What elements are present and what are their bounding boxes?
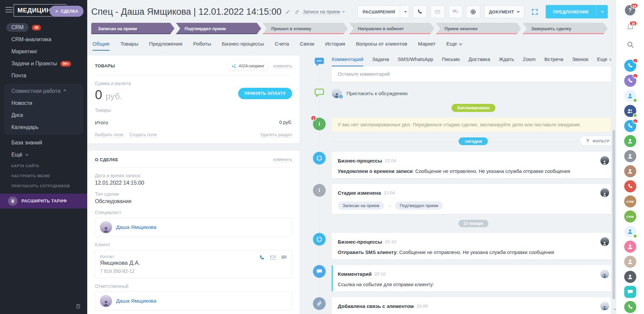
rail-item[interactable] [624,150,636,162]
products-edit-link[interactable]: изменить [273,63,292,69]
rail-item[interactable]: 1 [624,60,636,72]
contact-phone[interactable]: 7 919 350-82-12 [100,268,140,274]
sidebar-footer-link[interactable]: КАРТА САЙТА [0,161,87,171]
rail-item[interactable] [624,256,636,268]
rail-item[interactable] [624,286,636,298]
menu-hamburger-icon[interactable] [5,7,13,14]
deal-tab[interactable]: Товары [120,41,138,51]
main-scrollbar[interactable]: ⌄ [611,0,616,314]
timeline-entry-card[interactable]: Бизнес-процессы 20:10 Отправить SMS клие… [332,233,615,259]
help-button[interactable]: ? 64 [625,5,635,15]
stage-confirmed[interactable]: Подтвердил прием [176,23,261,34]
close-icon[interactable]: ✕ [55,9,58,14]
rail-item[interactable] [624,241,636,253]
settings-gear-icon[interactable] [466,5,480,18]
offer-button[interactable]: ПРЕДЛОЖЕНИЕ [546,5,608,18]
rail-item[interactable] [624,180,636,192]
deal-tab[interactable]: Роботы [193,41,211,51]
rail-item[interactable]: CRM [624,195,636,207]
delete-section-link[interactable]: Удалить раздел [260,132,292,137]
stage-arrived[interactable]: Пришел в клинику [263,23,348,34]
timeline-tab[interactable]: Еще [597,56,612,66]
stage-visit-finished[interactable]: Прием окончен [436,23,521,34]
timeline-tab[interactable]: Встреча [544,56,564,66]
appointments-link[interactable]: Записи на прием [303,9,340,15]
sidebar-item-mail[interactable]: Почта [0,70,87,82]
timeline-entry-card[interactable]: Добавлена связь с элементом 20:09 Контак… [332,297,615,314]
sidebar-footer-link[interactable]: ПРИГЛАСИТЬ СОТРУДНИКОВ [0,181,87,191]
email-button[interactable] [431,5,445,18]
scrollbar-thumb[interactable] [612,130,615,299]
deal-tab[interactable]: Маркет [418,41,436,51]
sidebar-group-header[interactable]: Совместная работа [4,85,83,97]
appointment-datetime-value[interactable]: 12.01.2022 14:15:00 [95,180,292,186]
search-icon[interactable] [616,41,644,48]
deal-tab[interactable]: Связи [300,41,314,51]
deal-tab[interactable]: Вопросы от клиентов [356,41,407,51]
stage-sent-to-room[interactable]: Направлен в кабинет [349,23,434,34]
sidebar-item-marketing[interactable]: Маркетинг [0,46,87,58]
sidebar-footer-link[interactable]: НАСТРОИТЬ МЕНЮ [0,171,87,181]
sidebar-item-drive[interactable]: Диск [4,109,83,121]
deal-type-value[interactable]: Обследование [95,198,292,204]
offer-dropdown-caret[interactable] [596,5,608,18]
entity-pill[interactable]: ✕ СДЕЛКА [50,6,84,17]
rail-item[interactable] [624,301,636,313]
timeline-tab[interactable]: Ждать [499,56,514,66]
deal-tab[interactable]: Еще [446,41,462,51]
contact-name[interactable]: Ямщикова Д.А. [100,260,140,266]
contact-call-icon[interactable] [259,255,265,261]
extensions-button[interactable]: РАСШИРЕНИЯ [358,5,409,18]
deal-sum-value[interactable]: 0 [95,87,102,102]
timeline-tab[interactable]: Доставка [469,56,490,66]
rail-item[interactable] [624,105,636,117]
rail-item[interactable] [624,135,636,147]
comment-input[interactable] [332,66,615,82]
create-field-link[interactable]: Создать поле [129,132,157,137]
document-button[interactable]: ДОКУМЕНТ [484,5,524,18]
deal-tab[interactable]: Счета [275,41,289,51]
rail-item[interactable]: CRM [624,210,636,223]
rail-item[interactable] [624,165,636,177]
edit-title-pencil-icon[interactable] [285,9,290,14]
contact-email-icon[interactable] [270,254,276,261]
timeline-entry-card[interactable]: Комментарий 20:10 Ссылка на событие для … [332,265,615,292]
today-pill[interactable]: сегодня [459,137,488,145]
deal-tab[interactable]: История [325,41,345,51]
sidebar-item-news[interactable]: Новости [4,97,83,109]
timeline-tab[interactable]: Письмо [442,56,460,66]
comment-composer[interactable] [332,66,615,82]
invite-to-discussion[interactable]: + Пригласить к обсуждению [332,87,615,98]
deal-tab[interactable]: Предложения [149,41,182,51]
ai-scoring-badge[interactable]: AI24-скоринг [227,62,268,70]
sidebar-item-crm[interactable]: CRM 46 [0,21,87,34]
timeline-tab[interactable]: Zoom [523,56,536,66]
sidebar-item-tasks[interactable]: Задачи и Проекты 99+ [0,58,87,70]
rail-item[interactable]: 1 [624,120,636,132]
deal-tab[interactable]: Общие [93,41,110,51]
timeline-tab[interactable]: Задача [372,56,389,66]
timeline-tab[interactable]: SMS/WhatsApp [398,56,433,66]
filter-button[interactable]: ФИЛЬТР [580,136,615,145]
accept-payment-button[interactable]: ПРИНЯТЬ ОПЛАТУ [238,88,292,99]
sidebar-item-crm-analytics[interactable]: CRM-аналитика [0,34,87,46]
trash-icon[interactable] [75,303,81,309]
timeline-tab[interactable]: Комментарий [332,56,363,66]
timeline-tab[interactable]: Звонок [572,56,588,66]
contact-chat-icon[interactable] [281,254,287,261]
fullscreen-expand-icon[interactable] [528,5,542,18]
copy-link-icon[interactable] [294,9,300,14]
sidebar-item-knowledge-base[interactable]: База знаний [0,137,87,149]
timeline-entry-card[interactable]: Бизнес-процессы 22:04 Уведомляем о време… [332,152,615,178]
deal-edit-link[interactable]: изменить [273,157,292,162]
stage-close-deal[interactable]: Завершить сделку [523,23,608,34]
rail-item[interactable] [624,271,636,283]
select-field-link[interactable]: Выбрать поле [95,132,123,137]
sidebar-item-more[interactable]: Ещё [0,149,87,161]
timeline-entry-card[interactable]: Стадия изменена 22:04 Записан на прием →… [332,184,615,214]
responsible-name-link[interactable]: Даша Ямщикова [116,298,156,304]
rail-item[interactable]: 1 [624,75,636,87]
rail-item[interactable] [624,226,636,238]
sidebar-item-calendar[interactable]: Календарь [4,121,83,133]
chat-button[interactable] [448,5,463,18]
